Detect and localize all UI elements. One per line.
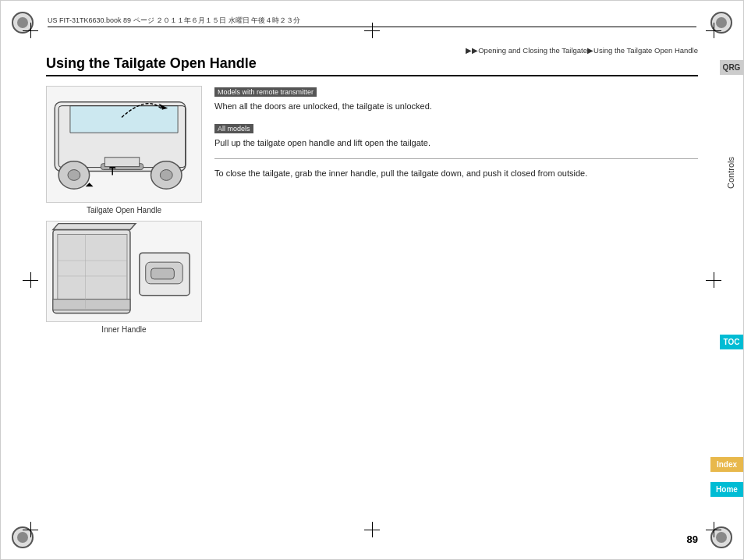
page-title: Using the Tailgate Open Handle: [46, 55, 698, 76]
crosshair-tl: [23, 23, 38, 38]
tab-toc[interactable]: TOC: [720, 335, 743, 349]
svg-rect-17: [151, 268, 175, 279]
caption-top: Tailgate Open Handle: [46, 206, 202, 214]
caption-bottom: Inner Handle: [46, 325, 202, 334]
breadcrumb: ▶▶Opening and Closing the Tailgate▶Using…: [466, 46, 698, 55]
text-all: Pull up the tailgate open handle and lif…: [214, 136, 698, 150]
svg-point-6: [68, 170, 80, 181]
images-column: Tailgate Open Handle: [46, 86, 202, 340]
main-content: Using the Tailgate Open Handle: [46, 55, 698, 520]
svg-rect-13: [53, 299, 130, 310]
badge-remote: Models with remote transmitter: [214, 87, 317, 97]
car-svg-top: [47, 87, 201, 202]
crosshair-br: [706, 522, 721, 537]
crosshair-mr: [706, 272, 721, 288]
btn-index[interactable]: Index: [710, 457, 743, 472]
tab-qrg[interactable]: QRG: [720, 60, 743, 75]
text-close: To close the tailgate, grab the inner ha…: [214, 167, 698, 180]
btn-home-container: Home: [710, 482, 743, 497]
page-number: 89: [687, 533, 698, 545]
image-top: [46, 86, 202, 203]
svg-marker-1: [70, 106, 178, 133]
svg-marker-14: [53, 224, 136, 230]
image-bottom: [46, 221, 202, 322]
tab-toc-container: TOC: [720, 210, 743, 349]
crosshair-bl: [23, 522, 38, 537]
svg-rect-12: [58, 234, 127, 308]
btn-index-container: Index: [710, 457, 743, 472]
btn-home[interactable]: Home: [710, 482, 743, 497]
svg-point-8: [160, 170, 172, 181]
header-text: US FIT-31TK6630.book 89 ページ ２０１１年６月１５日 水…: [48, 16, 300, 26]
controls-text: Controls: [726, 157, 735, 189]
svg-rect-10: [105, 158, 139, 167]
crosshair-bm: [364, 522, 380, 537]
text-column: Models with remote transmitter When all …: [214, 86, 698, 340]
header: US FIT-31TK6630.book 89 ページ ２０１１年６月１５日 水…: [48, 15, 696, 27]
car-svg-bottom: [47, 222, 201, 321]
crosshair-ml: [23, 272, 38, 288]
content-area: Tailgate Open Handle: [46, 86, 698, 340]
tab-qrg-container: QRG: [720, 60, 743, 75]
page-container: US FIT-31TK6630.book 89 ページ ２０１１年６月１５日 水…: [0, 0, 744, 560]
badge-all: All models: [214, 124, 253, 133]
crosshair-tr: [706, 23, 721, 38]
divider: [214, 158, 698, 159]
text-remote: When all the doors are unlocked, the tai…: [214, 100, 698, 113]
